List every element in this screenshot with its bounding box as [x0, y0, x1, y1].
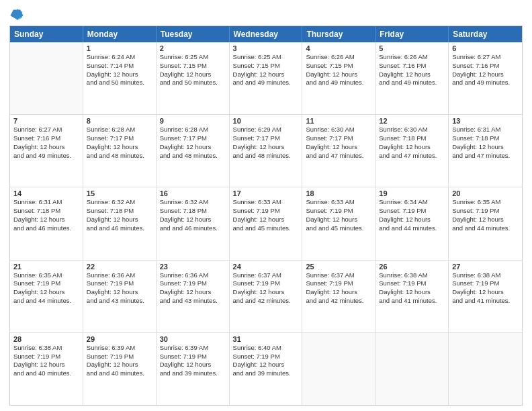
sunrise-text: Sunrise: 6:40 AM [233, 344, 299, 353]
sunrise-text: Sunrise: 6:37 AM [306, 271, 371, 280]
calendar-cell: 25Sunrise: 6:37 AMSunset: 7:19 PMDayligh… [302, 261, 375, 332]
daylight-text-1: Daylight: 12 hours [87, 71, 152, 79]
daylight-text-1: Daylight: 12 hours [13, 216, 79, 224]
sunset-text: Sunset: 7:19 PM [160, 279, 226, 288]
daylight-text-2: and and 47 minutes. [379, 152, 445, 161]
sunset-text: Sunset: 7:19 PM [13, 353, 79, 361]
calendar-cell: 2Sunrise: 6:25 AMSunset: 7:15 PMDaylight… [157, 42, 230, 114]
sunrise-text: Sunrise: 6:36 AM [160, 271, 226, 280]
sunrise-text: Sunrise: 6:39 AM [87, 344, 152, 353]
sunset-text: Sunset: 7:18 PM [87, 207, 152, 216]
calendar-cell: 27Sunrise: 6:38 AMSunset: 7:19 PMDayligh… [449, 261, 522, 332]
calendar-header-day: Thursday [302, 26, 375, 42]
calendar-cell: 10Sunrise: 6:29 AMSunset: 7:17 PMDayligh… [230, 115, 303, 187]
day-number: 6 [452, 44, 519, 52]
daylight-text-2: and and 48 minutes. [160, 152, 226, 161]
day-number: 22 [87, 263, 152, 271]
day-number: 12 [379, 117, 445, 125]
day-number: 15 [87, 189, 152, 197]
daylight-text-2: and and 48 minutes. [87, 152, 152, 161]
sunrise-text: Sunrise: 6:25 AM [233, 53, 299, 62]
daylight-text-1: Daylight: 12 hours [306, 71, 371, 79]
daylight-text-1: Daylight: 12 hours [379, 143, 445, 152]
day-number: 5 [379, 44, 445, 52]
sunset-text: Sunset: 7:19 PM [306, 207, 371, 216]
calendar-cell: 29Sunrise: 6:39 AMSunset: 7:19 PMDayligh… [83, 333, 157, 405]
daylight-text-2: and and 43 minutes. [87, 297, 152, 306]
calendar-header-day: Wednesday [230, 26, 303, 42]
daylight-text-1: Daylight: 12 hours [306, 288, 371, 297]
sunrise-text: Sunrise: 6:26 AM [379, 53, 445, 62]
sunrise-text: Sunrise: 6:31 AM [13, 198, 79, 207]
sunset-text: Sunset: 7:19 PM [233, 279, 299, 288]
daylight-text-2: and and 43 minutes. [160, 297, 226, 306]
sunset-text: Sunset: 7:16 PM [379, 62, 445, 71]
sunrise-text: Sunrise: 6:27 AM [452, 53, 519, 62]
sunset-text: Sunset: 7:19 PM [13, 279, 79, 288]
sunset-text: Sunset: 7:19 PM [379, 207, 445, 216]
sunset-text: Sunset: 7:18 PM [160, 207, 226, 216]
daylight-text-2: and and 42 minutes. [306, 297, 371, 306]
daylight-text-2: and and 49 minutes. [306, 79, 371, 87]
daylight-text-1: Daylight: 12 hours [452, 71, 519, 79]
daylight-text-2: and and 47 minutes. [306, 152, 371, 161]
sunset-text: Sunset: 7:18 PM [379, 134, 445, 143]
calendar-cell [10, 42, 83, 114]
sunrise-text: Sunrise: 6:38 AM [13, 344, 79, 353]
sunset-text: Sunset: 7:19 PM [87, 279, 152, 288]
sunrise-text: Sunrise: 6:29 AM [233, 126, 299, 134]
sunset-text: Sunset: 7:17 PM [233, 134, 299, 143]
calendar-body: 1Sunrise: 6:24 AMSunset: 7:14 PMDaylight… [10, 42, 522, 405]
calendar-cell: 20Sunrise: 6:35 AMSunset: 7:19 PMDayligh… [449, 187, 522, 259]
calendar-cell: 13Sunrise: 6:31 AMSunset: 7:18 PMDayligh… [449, 115, 522, 187]
calendar-cell: 22Sunrise: 6:36 AMSunset: 7:19 PMDayligh… [83, 261, 157, 332]
daylight-text-2: and and 44 minutes. [379, 224, 445, 233]
sunset-text: Sunset: 7:19 PM [233, 353, 299, 361]
calendar-header-day: Monday [83, 26, 157, 42]
calendar-cell: 18Sunrise: 6:33 AMSunset: 7:19 PMDayligh… [302, 187, 375, 259]
calendar-cell: 8Sunrise: 6:28 AMSunset: 7:17 PMDaylight… [83, 115, 157, 187]
sunset-text: Sunset: 7:15 PM [160, 62, 226, 71]
calendar-week-row: 7Sunrise: 6:27 AMSunset: 7:16 PMDaylight… [10, 114, 522, 187]
calendar-week-row: 28Sunrise: 6:38 AMSunset: 7:19 PMDayligh… [10, 332, 522, 405]
day-number: 31 [233, 335, 299, 343]
calendar: SundayMondayTuesdayWednesdayThursdayFrid… [9, 26, 523, 406]
calendar-header-day: Sunday [10, 26, 83, 42]
daylight-text-2: and and 49 minutes. [13, 152, 79, 161]
day-number: 26 [379, 263, 445, 271]
calendar-cell: 14Sunrise: 6:31 AMSunset: 7:18 PMDayligh… [10, 187, 83, 259]
day-number: 27 [452, 263, 519, 271]
day-number: 17 [233, 189, 299, 197]
daylight-text-2: and and 39 minutes. [160, 369, 226, 378]
sunrise-text: Sunrise: 6:28 AM [160, 126, 226, 134]
sunrise-text: Sunrise: 6:34 AM [379, 198, 445, 207]
calendar-cell: 12Sunrise: 6:30 AMSunset: 7:18 PMDayligh… [375, 115, 449, 187]
daylight-text-1: Daylight: 12 hours [13, 361, 79, 369]
sunset-text: Sunset: 7:19 PM [379, 279, 445, 288]
daylight-text-2: and and 40 minutes. [13, 369, 79, 378]
daylight-text-1: Daylight: 12 hours [233, 71, 299, 79]
daylight-text-2: and and 41 minutes. [379, 297, 445, 306]
daylight-text-1: Daylight: 12 hours [160, 361, 226, 369]
day-number: 28 [13, 335, 79, 343]
logo [9, 7, 27, 21]
calendar-cell [449, 333, 522, 405]
sunset-text: Sunset: 7:16 PM [452, 62, 519, 71]
daylight-text-2: and and 44 minutes. [452, 224, 519, 233]
daylight-text-2: and and 50 minutes. [160, 79, 226, 87]
daylight-text-1: Daylight: 12 hours [160, 216, 226, 224]
day-number: 30 [160, 335, 226, 343]
sunrise-text: Sunrise: 6:38 AM [452, 271, 519, 280]
calendar-cell: 17Sunrise: 6:33 AMSunset: 7:19 PMDayligh… [230, 187, 303, 259]
sunrise-text: Sunrise: 6:39 AM [160, 344, 226, 353]
day-number: 2 [160, 44, 226, 52]
daylight-text-2: and and 39 minutes. [233, 369, 299, 378]
sunrise-text: Sunrise: 6:36 AM [87, 271, 152, 280]
calendar-cell: 4Sunrise: 6:26 AMSunset: 7:15 PMDaylight… [302, 42, 375, 114]
sunrise-text: Sunrise: 6:25 AM [160, 53, 226, 62]
sunset-text: Sunset: 7:15 PM [306, 62, 371, 71]
calendar-header: SundayMondayTuesdayWednesdayThursdayFrid… [10, 26, 522, 42]
day-number: 16 [160, 189, 226, 197]
daylight-text-2: and and 50 minutes. [87, 79, 152, 87]
day-number: 19 [379, 189, 445, 197]
